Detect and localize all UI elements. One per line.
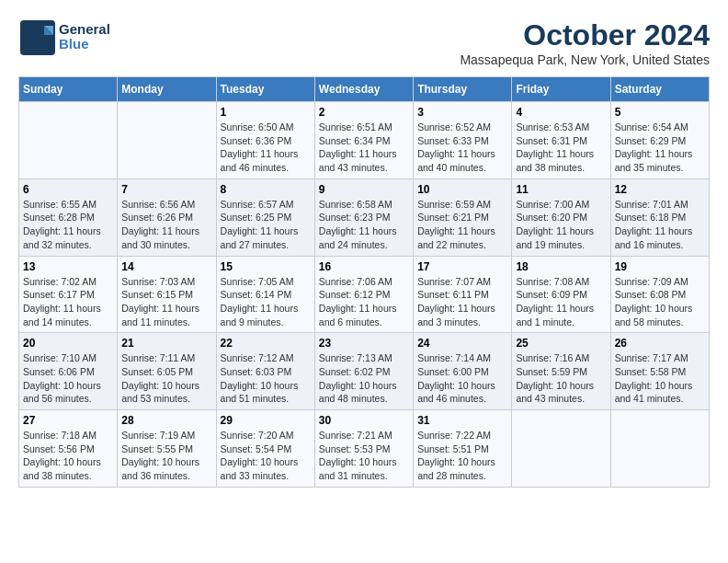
- day-info: Sunrise: 7:07 AMSunset: 6:11 PMDaylight:…: [417, 275, 507, 329]
- calendar-cell: 26Sunrise: 7:17 AMSunset: 5:58 PMDayligh…: [610, 333, 709, 410]
- title-block: October 2024 Massapequa Park, New York, …: [460, 18, 710, 67]
- day-info: Sunrise: 6:53 AMSunset: 6:31 PMDaylight:…: [516, 121, 606, 175]
- day-number: 25: [516, 337, 606, 350]
- day-header-friday: Friday: [512, 77, 610, 102]
- day-number: 12: [615, 183, 705, 196]
- calendar-cell: 10Sunrise: 6:59 AMSunset: 6:21 PMDayligh…: [414, 178, 512, 256]
- day-number: 31: [417, 414, 507, 427]
- day-number: 9: [319, 183, 409, 196]
- calendar-cell: 22Sunrise: 7:12 AMSunset: 6:03 PMDayligh…: [216, 333, 314, 410]
- day-info: Sunrise: 6:55 AMSunset: 6:28 PMDaylight:…: [23, 198, 113, 252]
- page-header: General Blue October 2024 Massapequa Par…: [18, 18, 710, 67]
- day-info: Sunrise: 6:58 AMSunset: 6:23 PMDaylight:…: [319, 198, 409, 252]
- day-info: Sunrise: 7:03 AMSunset: 6:15 PMDaylight:…: [121, 275, 211, 329]
- day-number: 8: [221, 183, 311, 196]
- day-header-wednesday: Wednesday: [314, 77, 413, 102]
- day-number: 17: [417, 260, 507, 273]
- day-info: Sunrise: 7:06 AMSunset: 6:12 PMDaylight:…: [319, 275, 409, 329]
- day-info: Sunrise: 6:54 AMSunset: 6:29 PMDaylight:…: [615, 121, 705, 175]
- day-info: Sunrise: 7:00 AMSunset: 6:20 PMDaylight:…: [516, 198, 606, 252]
- day-header-monday: Monday: [118, 77, 216, 102]
- day-info: Sunrise: 7:08 AMSunset: 6:09 PMDaylight:…: [516, 275, 606, 329]
- calendar-header-row: SundayMondayTuesdayWednesdayThursdayFrid…: [19, 77, 710, 102]
- day-number: 2: [319, 106, 409, 119]
- day-info: Sunrise: 7:10 AMSunset: 6:06 PMDaylight:…: [23, 351, 113, 406]
- day-number: 29: [221, 414, 311, 427]
- calendar-cell: [19, 102, 118, 179]
- day-info: Sunrise: 7:12 AMSunset: 6:03 PMDaylight:…: [221, 351, 311, 406]
- calendar-cell: 19Sunrise: 7:09 AMSunset: 6:08 PMDayligh…: [610, 256, 709, 333]
- calendar-cell: 2Sunrise: 6:51 AMSunset: 6:34 PMDaylight…: [314, 102, 413, 179]
- day-number: 23: [319, 337, 409, 350]
- calendar-cell: 28Sunrise: 7:19 AMSunset: 5:55 PMDayligh…: [118, 410, 216, 488]
- calendar-cell: 30Sunrise: 7:21 AMSunset: 5:53 PMDayligh…: [314, 410, 413, 488]
- day-number: 11: [516, 183, 606, 196]
- svg-rect-0: [20, 20, 55, 55]
- calendar-cell: 13Sunrise: 7:02 AMSunset: 6:17 PMDayligh…: [19, 256, 118, 333]
- day-number: 14: [121, 260, 211, 273]
- day-number: 6: [23, 183, 113, 196]
- calendar-cell: 27Sunrise: 7:18 AMSunset: 5:56 PMDayligh…: [19, 410, 118, 488]
- calendar-week-5: 27Sunrise: 7:18 AMSunset: 5:56 PMDayligh…: [19, 410, 710, 488]
- day-info: Sunrise: 7:17 AMSunset: 5:58 PMDaylight:…: [615, 351, 705, 406]
- calendar-cell: 25Sunrise: 7:16 AMSunset: 5:59 PMDayligh…: [512, 333, 610, 410]
- logo-icon: [18, 18, 55, 55]
- day-info: Sunrise: 7:20 AMSunset: 5:54 PMDaylight:…: [221, 429, 311, 483]
- day-number: 20: [23, 337, 113, 350]
- calendar-cell: 29Sunrise: 7:20 AMSunset: 5:54 PMDayligh…: [216, 410, 314, 488]
- day-number: 15: [221, 260, 311, 273]
- day-header-sunday: Sunday: [19, 77, 118, 102]
- day-info: Sunrise: 7:22 AMSunset: 5:51 PMDaylight:…: [417, 429, 507, 483]
- calendar-cell: 23Sunrise: 7:13 AMSunset: 6:02 PMDayligh…: [314, 333, 413, 410]
- day-info: Sunrise: 6:52 AMSunset: 6:33 PMDaylight:…: [417, 121, 507, 175]
- day-info: Sunrise: 7:13 AMSunset: 6:02 PMDaylight:…: [319, 351, 409, 406]
- calendar-cell: 6Sunrise: 6:55 AMSunset: 6:28 PMDaylight…: [19, 178, 118, 256]
- day-number: 28: [121, 414, 211, 427]
- day-number: 5: [615, 106, 705, 119]
- calendar-cell: 3Sunrise: 6:52 AMSunset: 6:33 PMDaylight…: [414, 102, 512, 179]
- day-number: 13: [23, 260, 113, 273]
- calendar-cell: 21Sunrise: 7:11 AMSunset: 6:05 PMDayligh…: [118, 333, 216, 410]
- day-header-saturday: Saturday: [610, 77, 709, 102]
- calendar-cell: 8Sunrise: 6:57 AMSunset: 6:25 PMDaylight…: [216, 178, 314, 256]
- month-title: October 2024: [460, 18, 710, 52]
- day-number: 27: [23, 414, 113, 427]
- logo-text: General Blue: [59, 22, 110, 52]
- day-info: Sunrise: 7:05 AMSunset: 6:14 PMDaylight:…: [221, 275, 311, 329]
- day-info: Sunrise: 7:11 AMSunset: 6:05 PMDaylight:…: [121, 351, 211, 406]
- calendar-cell: 18Sunrise: 7:08 AMSunset: 6:09 PMDayligh…: [512, 256, 610, 333]
- day-number: 3: [417, 106, 507, 119]
- day-info: Sunrise: 6:57 AMSunset: 6:25 PMDaylight:…: [221, 198, 311, 252]
- calendar-cell: 16Sunrise: 7:06 AMSunset: 6:12 PMDayligh…: [314, 256, 413, 333]
- day-number: 21: [121, 337, 211, 350]
- day-info: Sunrise: 6:51 AMSunset: 6:34 PMDaylight:…: [319, 121, 409, 175]
- calendar-table: SundayMondayTuesdayWednesdayThursdayFrid…: [18, 76, 710, 488]
- day-number: 24: [417, 337, 507, 350]
- day-number: 18: [516, 260, 606, 273]
- day-info: Sunrise: 6:56 AMSunset: 6:26 PMDaylight:…: [121, 198, 211, 252]
- calendar-cell: 14Sunrise: 7:03 AMSunset: 6:15 PMDayligh…: [118, 256, 216, 333]
- calendar-cell: 17Sunrise: 7:07 AMSunset: 6:11 PMDayligh…: [414, 256, 512, 333]
- logo: General Blue: [18, 18, 110, 55]
- day-number: 22: [221, 337, 311, 350]
- day-info: Sunrise: 7:09 AMSunset: 6:08 PMDaylight:…: [615, 275, 705, 329]
- calendar-week-4: 20Sunrise: 7:10 AMSunset: 6:06 PMDayligh…: [19, 333, 710, 410]
- day-number: 4: [516, 106, 606, 119]
- calendar-cell: 7Sunrise: 6:56 AMSunset: 6:26 PMDaylight…: [118, 178, 216, 256]
- calendar-cell: 20Sunrise: 7:10 AMSunset: 6:06 PMDayligh…: [19, 333, 118, 410]
- calendar-cell: [512, 410, 610, 488]
- day-info: Sunrise: 7:02 AMSunset: 6:17 PMDaylight:…: [23, 275, 113, 329]
- day-number: 10: [417, 183, 507, 196]
- day-number: 19: [615, 260, 705, 273]
- day-info: Sunrise: 7:01 AMSunset: 6:18 PMDaylight:…: [615, 198, 705, 252]
- calendar-cell: 5Sunrise: 6:54 AMSunset: 6:29 PMDaylight…: [610, 102, 709, 179]
- calendar-cell: 31Sunrise: 7:22 AMSunset: 5:51 PMDayligh…: [414, 410, 512, 488]
- day-number: 26: [615, 337, 705, 350]
- day-info: Sunrise: 7:16 AMSunset: 5:59 PMDaylight:…: [516, 351, 606, 406]
- day-info: Sunrise: 6:50 AMSunset: 6:36 PMDaylight:…: [221, 121, 311, 175]
- day-number: 1: [221, 106, 311, 119]
- day-header-tuesday: Tuesday: [216, 77, 314, 102]
- calendar-cell: [610, 410, 709, 488]
- calendar-cell: 11Sunrise: 7:00 AMSunset: 6:20 PMDayligh…: [512, 178, 610, 256]
- calendar-cell: [118, 102, 216, 179]
